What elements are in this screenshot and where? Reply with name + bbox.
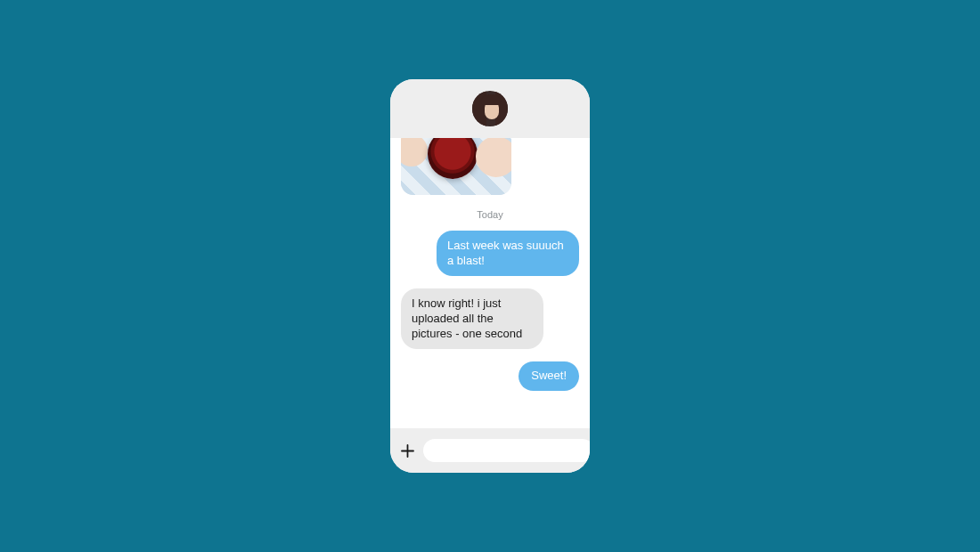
message-image[interactable] [401, 138, 511, 195]
chat-image-attachment [401, 138, 511, 195]
avatar-image [472, 91, 508, 126]
date-separator: Today [401, 209, 579, 220]
contact-avatar[interactable] [472, 91, 508, 126]
add-attachment-button[interactable] [401, 442, 414, 459]
chat-scroll-area[interactable]: Today Last week was suuuch a blast! I kn… [390, 138, 590, 428]
chat-header [390, 79, 590, 138]
chat-phone-frame: Today Last week was suuuch a blast! I kn… [390, 79, 590, 473]
message-composer [390, 428, 590, 473]
message-bubble-sent[interactable]: Sweet! [519, 361, 579, 391]
message-input[interactable] [423, 439, 590, 462]
message-bubble-sent[interactable]: Last week was suuuch a blast! [437, 231, 579, 276]
message-bubble-received[interactable]: I know right! i just uploaded all the pi… [401, 288, 543, 349]
plus-icon [401, 444, 414, 458]
